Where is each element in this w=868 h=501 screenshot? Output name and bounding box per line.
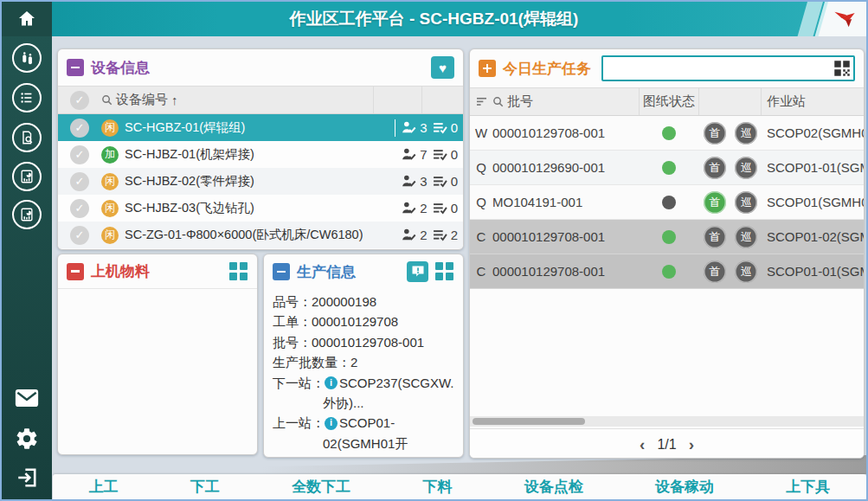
row-checkbox[interactable]	[70, 226, 89, 245]
filter-icon	[476, 97, 487, 106]
header: 作业区工作平台 - SC-HGBZ-01(焊辊组)	[2, 2, 866, 36]
patrol-inspection-button[interactable]: 巡	[735, 122, 757, 145]
sidebar-item-workstations[interactable]	[11, 42, 42, 74]
sidebar-item-messages[interactable]	[11, 382, 42, 414]
first-inspection-button[interactable]: 首	[704, 226, 726, 248]
task-row[interactable]: W 000010129708-001 首 巡 SCOP02(SGMH0...	[470, 116, 864, 151]
home-button[interactable]	[2, 2, 52, 36]
equipment-utilization-button[interactable]: 设备稼动	[655, 477, 714, 497]
drawing-status-dot	[662, 161, 676, 175]
task-station: SCOP01-02(SGM...	[762, 229, 864, 244]
patrol-inspection-button[interactable]: 巡	[735, 191, 757, 214]
task-batch: MO104191-001	[492, 195, 639, 209]
feedback-button[interactable]	[407, 261, 428, 282]
filter-button[interactable]	[470, 97, 492, 106]
row-checkbox[interactable]	[70, 172, 89, 191]
first-inspection-button[interactable]: 首	[704, 122, 726, 145]
field-label: 工单：	[273, 312, 312, 331]
expand-icon[interactable]	[479, 60, 496, 77]
brand-area	[790, 2, 866, 36]
task-row[interactable]: C 000010129708-001 首 巡 SCOP01-01(SGM...	[470, 254, 864, 289]
sort-asc-icon: ↑	[171, 93, 178, 107]
list-icon	[12, 83, 42, 112]
equipment-row[interactable]: 闲 SC-HJBZ-03(飞边钻孔) 2 0	[58, 195, 463, 222]
equipment-row[interactable]: 闲 SC-HGBZ-01(焊辊组) 3 0	[58, 114, 463, 141]
task-type: C	[470, 229, 492, 244]
equipment-row[interactable]: 闲 SC-HJBZ-02(零件焊接) 3 0	[58, 168, 463, 195]
end-all-work-button[interactable]: 全数下工	[292, 477, 350, 497]
task-batch: 000010129708-001	[492, 229, 639, 244]
task-search-input[interactable]	[605, 57, 831, 80]
favorite-button[interactable]: ♥	[431, 56, 454, 79]
sidebar-item-document-search[interactable]	[11, 122, 42, 153]
info-icon[interactable]: i	[325, 417, 338, 430]
collapse-icon[interactable]	[67, 59, 84, 76]
drawing-status-dot	[662, 196, 676, 209]
equipment-row[interactable]: 闲 SC-ZG-01-Φ800×6000(卧式机床/CW6180) 2 2	[58, 222, 463, 248]
first-inspection-button[interactable]: 首	[704, 260, 726, 283]
equipment-id-column-header[interactable]: 设备编号 ↑	[101, 92, 373, 108]
equipment-table-header: 设备编号 ↑	[58, 86, 463, 114]
unload-material-button[interactable]: 下料	[422, 477, 452, 497]
prev-page-button[interactable]: ‹	[640, 436, 645, 453]
field-value: 200000198	[312, 292, 376, 312]
collapse-icon[interactable]	[273, 263, 290, 280]
task-row[interactable]: C 000010129708-001 首 巡 SCOP01-02(SGM...	[470, 220, 864, 254]
production-panel-title: 生产信息	[297, 262, 356, 282]
station-column-header: 作业站	[762, 93, 864, 110]
first-inspection-button[interactable]: 首	[704, 191, 726, 214]
patrol-inspection-button[interactable]: 巡	[735, 260, 757, 283]
company-logo-icon	[832, 7, 858, 31]
task-check-icon	[433, 228, 447, 241]
collapse-icon[interactable]	[67, 263, 84, 280]
row-checkbox[interactable]	[70, 145, 89, 164]
field-label: 品号：	[273, 292, 312, 312]
task-row[interactable]: Q MO104191-001 首 巡 SCOP01(SGMH0...	[470, 185, 864, 220]
scrollbar-thumb[interactable]	[473, 418, 585, 425]
page-title: 作业区工作平台 - SC-HGBZ-01(焊辊组)	[2, 2, 866, 36]
task-count: 0	[433, 201, 463, 215]
task-count: 2	[433, 228, 463, 242]
row-checkbox[interactable]	[70, 119, 89, 138]
operator-count: 2	[402, 228, 432, 242]
info-icon[interactable]: i	[325, 376, 338, 389]
gear-icon	[15, 427, 39, 451]
equipment-row[interactable]: 加 SC-HJBZ-01(机架焊接) 7 0	[58, 141, 463, 168]
equipment-check-button[interactable]: 设备点检	[524, 477, 583, 497]
row-checkbox[interactable]	[70, 199, 89, 218]
sidebar-item-report[interactable]	[11, 161, 42, 192]
field-label: 生产批数量：	[273, 352, 350, 372]
next-page-button[interactable]: ›	[689, 436, 694, 453]
fixture-button[interactable]: 上下具	[786, 477, 830, 497]
batch-column-header[interactable]: 批号	[492, 93, 639, 110]
start-work-button[interactable]: 上工	[89, 477, 119, 497]
task-station: SCOP01-01(SGM...	[762, 264, 864, 279]
drawing-status-dot	[662, 265, 676, 279]
task-check-icon	[433, 121, 447, 134]
task-count: 0	[433, 147, 463, 162]
field-label: 上一站：	[273, 413, 325, 433]
qr-code-icon	[833, 60, 851, 77]
sidebar-item-settings[interactable]	[11, 423, 42, 454]
task-row[interactable]: Q 000010129690-001 首 巡 SCOP01-01(SGM...	[470, 151, 864, 185]
pagination: ‹ 1/1 ›	[470, 428, 864, 459]
sidebar-item-task-list[interactable]	[11, 82, 42, 113]
material-panel: 上机物料	[57, 254, 258, 455]
grid-view-icon[interactable]	[435, 262, 454, 281]
comment-exclaim-icon	[411, 265, 425, 279]
tasks-column-header	[421, 87, 463, 113]
end-work-button[interactable]: 下工	[190, 477, 220, 497]
sidebar-item-report-2[interactable]	[11, 199, 42, 230]
qr-scan-button[interactable]	[833, 60, 851, 77]
task-type: C	[470, 264, 492, 279]
sidebar-item-logout[interactable]	[11, 462, 42, 493]
status-badge: 闲	[101, 200, 119, 217]
task-search-box	[601, 55, 855, 81]
patrol-inspection-button[interactable]: 巡	[735, 226, 757, 248]
patrol-inspect-column-header	[730, 88, 762, 115]
horizontal-scrollbar[interactable]	[470, 416, 864, 427]
grid-view-icon[interactable]	[229, 262, 248, 281]
patrol-inspection-button[interactable]: 巡	[735, 157, 757, 179]
first-inspection-button[interactable]: 首	[704, 157, 726, 179]
select-all-checkbox[interactable]	[70, 91, 89, 110]
